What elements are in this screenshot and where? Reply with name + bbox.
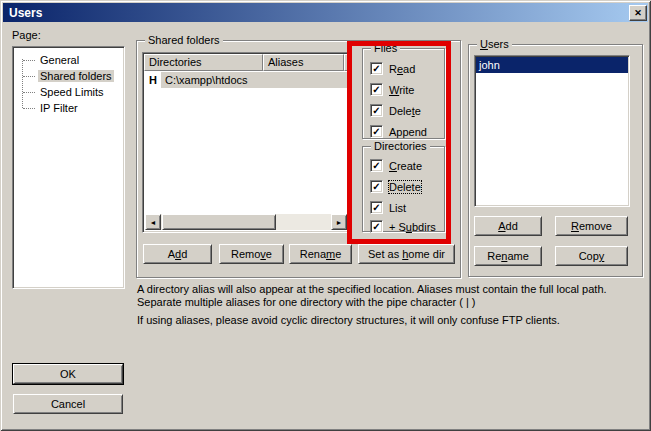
column-header-filler bbox=[344, 54, 348, 71]
checkbox-dirs-create[interactable]: ✓ Create bbox=[370, 159, 422, 172]
user-item-john[interactable]: john bbox=[476, 57, 628, 73]
check-icon: ✓ bbox=[372, 182, 380, 192]
check-icon: ✓ bbox=[372, 127, 380, 137]
window-title: Users bbox=[9, 6, 42, 20]
checkbox-box[interactable]: ✓ bbox=[370, 62, 383, 75]
checkbox-box[interactable]: ✓ bbox=[370, 125, 383, 138]
check-icon: ✓ bbox=[372, 161, 380, 171]
checkbox-box[interactable]: ✓ bbox=[370, 83, 383, 96]
check-icon: ✓ bbox=[372, 85, 380, 95]
alias-description: A directory alias will also appear at th… bbox=[137, 283, 639, 327]
check-icon: ✓ bbox=[372, 222, 380, 232]
titlebar[interactable]: Users bbox=[3, 3, 648, 22]
users-group-label: Users bbox=[477, 38, 512, 50]
add-user-button[interactable]: Add bbox=[474, 216, 542, 236]
remove-directory-button[interactable]: Remove bbox=[219, 244, 284, 264]
cancel-button[interactable]: Cancel bbox=[13, 394, 123, 414]
directory-row[interactable]: H C:\xampp\htdocs bbox=[144, 72, 348, 88]
checkbox-files-read[interactable]: ✓ Read bbox=[370, 62, 415, 75]
checkbox-box[interactable]: ✓ bbox=[370, 159, 383, 172]
users-dialog: Users ✕ Page: General Shared folders Spe… bbox=[0, 0, 651, 431]
checkbox-dirs-list[interactable]: ✓ List bbox=[370, 201, 406, 214]
scrollbar-thumb[interactable] bbox=[162, 214, 276, 230]
directory-path: C:\xampp\htdocs bbox=[161, 72, 348, 88]
checkbox-box[interactable]: ✓ bbox=[370, 180, 383, 193]
check-icon: ✓ bbox=[372, 203, 380, 213]
check-icon: ✓ bbox=[372, 106, 380, 116]
copy-user-button[interactable]: Copy bbox=[555, 246, 628, 266]
page-item-ip-filter[interactable]: IP Filter bbox=[13, 100, 124, 116]
page-label: Page: bbox=[12, 29, 41, 41]
checkbox-dirs-subdirs[interactable]: ✓ + Subdirs bbox=[370, 220, 436, 233]
ok-button[interactable]: OK bbox=[13, 364, 123, 384]
column-header-directories[interactable]: Directories bbox=[144, 54, 263, 71]
scroll-right-icon: ► bbox=[336, 219, 343, 226]
horizontal-scrollbar[interactable]: ◄ ► bbox=[145, 214, 347, 230]
directories-listview: Directories Aliases H C:\xampp\htdocs ◄ … bbox=[142, 52, 350, 233]
checkbox-box[interactable]: ✓ bbox=[370, 220, 383, 233]
rename-user-button[interactable]: Rename bbox=[474, 246, 542, 266]
home-directory-flag: H bbox=[149, 72, 157, 88]
close-button[interactable]: ✕ bbox=[629, 5, 647, 21]
directories-group-label: Directories bbox=[371, 140, 430, 152]
remove-user-button[interactable]: Remove bbox=[555, 216, 628, 236]
page-item-speed-limits[interactable]: Speed Limits bbox=[13, 84, 124, 100]
page-item-general[interactable]: General bbox=[13, 52, 124, 68]
check-icon: ✓ bbox=[372, 64, 380, 74]
page-item-shared-folders[interactable]: Shared folders bbox=[13, 68, 124, 84]
shared-folders-group-label: Shared folders bbox=[145, 34, 223, 46]
users-listbox[interactable]: john bbox=[474, 55, 630, 207]
set-as-home-dir-button[interactable]: Set as home dir bbox=[358, 244, 455, 264]
checkbox-files-append[interactable]: ✓ Append bbox=[370, 125, 427, 138]
checkbox-box[interactable]: ✓ bbox=[370, 201, 383, 214]
checkbox-files-write[interactable]: ✓ Write bbox=[370, 83, 414, 96]
close-icon: ✕ bbox=[634, 8, 642, 18]
scroll-left-icon: ◄ bbox=[150, 219, 157, 226]
column-header-aliases[interactable]: Aliases bbox=[263, 54, 344, 71]
files-group-label: Files bbox=[371, 42, 400, 54]
checkbox-dirs-delete[interactable]: ✓ Delete bbox=[370, 180, 421, 193]
alias-description-line2: If using aliases, please avoid cyclic di… bbox=[137, 314, 639, 327]
checkbox-box[interactable]: ✓ bbox=[370, 104, 383, 117]
scroll-left-button[interactable]: ◄ bbox=[145, 214, 161, 230]
page-tree: General Shared folders Speed Limits IP F… bbox=[12, 46, 125, 289]
add-directory-button[interactable]: Add bbox=[143, 244, 212, 264]
rename-directory-button[interactable]: Rename bbox=[289, 244, 352, 264]
scroll-right-button[interactable]: ► bbox=[331, 214, 347, 230]
checkbox-files-delete[interactable]: ✓ Delete bbox=[370, 104, 421, 117]
alias-description-line1: A directory alias will also appear at th… bbox=[137, 283, 639, 309]
